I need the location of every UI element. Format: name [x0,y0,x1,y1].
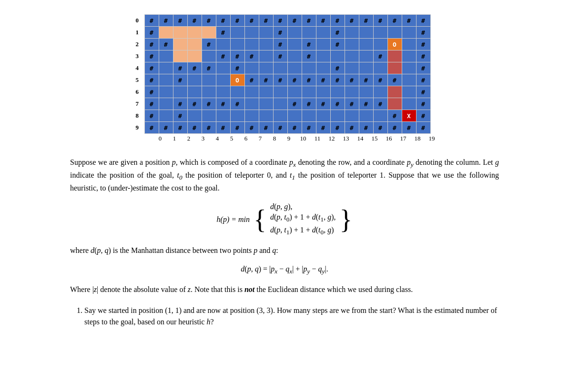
grid-cell-6-19: # [416,86,430,98]
grid-cell-6-3: . [187,86,202,98]
grid-cell-7-10: # [287,98,302,110]
grid-cell-9-1: # [159,122,173,134]
grid-container: 0####################1#....#...#...#....… [29,14,540,142]
grid-cell-1-13: # [330,27,345,39]
grid-cell-9-5: # [216,122,230,134]
grid-cell-0-4: # [202,15,216,27]
grid-cell-8-13: . [330,110,345,122]
row-label-6: 6 [130,86,144,98]
col-label-4: 4 [210,135,224,142]
grid-cell-2-13: # [330,39,345,50]
var-p: p [172,158,176,166]
grid-cell-9-7: # [244,122,259,134]
grid-cell-4-14: . [345,62,359,74]
grid-cell-6-17: . [387,86,402,98]
grid-cell-7-9: . [273,98,287,110]
var-t0: t0 [177,171,182,179]
col-label-13: 13 [339,135,353,142]
var-px: px [289,158,296,166]
open-brace: { [254,206,266,233]
grid-cell-5-6: O [230,74,244,86]
grid-cell-0-13: # [330,15,345,27]
grid-cell-4-17: . [387,62,402,74]
grid-cell-8-19: # [416,110,430,122]
row-label-0: 0 [130,15,144,27]
grid-cell-5-0: # [144,74,159,86]
grid-cell-1-3: . [187,27,202,39]
grid-cell-2-15: . [359,39,373,50]
grid-cell-3-4: . [202,50,216,62]
grid-cell-6-18: . [402,86,416,98]
col-label-0: 0 [153,135,167,142]
grid-cell-2-16: . [373,39,387,50]
grid-cell-1-1: . [159,27,173,39]
grid-cell-3-0: # [144,50,159,62]
grid-cell-5-10: # [287,74,302,86]
grid-cell-1-17: . [387,27,402,39]
grid-cell-4-2: # [173,62,187,74]
row-label-1: 1 [130,27,144,39]
grid-cell-6-5: . [216,86,230,98]
row-label-4: 4 [130,62,144,74]
var-g: g [495,158,499,166]
grid-cell-6-8: . [259,86,273,98]
grid-cell-9-16: # [373,122,387,134]
grid-cell-8-1: . [159,110,173,122]
where-paragraph: where d(p, q) is the Manhattan distance … [70,245,499,256]
grid-cell-1-15: . [359,27,373,39]
grid-cell-3-3: . [187,50,202,62]
grid-cell-5-9: # [273,74,287,86]
grid-cell-4-15: . [359,62,373,74]
grid-cell-6-16: . [373,86,387,98]
grid-cell-1-19: # [416,27,430,39]
grid-cell-1-0: # [144,27,159,39]
col-label-6: 6 [239,135,253,142]
grid-cell-5-1: . [159,74,173,86]
grid-cell-2-6: . [230,39,244,50]
grid-cell-3-7: # [244,50,259,62]
col-label-17: 17 [396,135,410,142]
grid-cell-3-10: . [287,50,302,62]
grid-cell-7-19: # [416,98,430,110]
grid-cell-0-0: # [144,15,159,27]
grid-cell-8-16: . [373,110,387,122]
grid-cell-3-1: . [159,50,173,62]
case-1: d(p, g), [270,202,293,211]
grid-cell-8-11: . [302,110,316,122]
grid-cell-5-11: # [302,74,316,86]
grid-cell-0-16: # [373,15,387,27]
grid-cell-0-19: # [416,15,430,27]
var-py: py [407,158,414,166]
grid-cell-1-5: # [216,27,230,39]
grid-cell-4-6: # [230,62,244,74]
grid-cell-8-4: . [202,110,216,122]
grid-cell-3-14: . [345,50,359,62]
grid-cell-1-9: # [273,27,287,39]
question-1: Say we started in position (1, 1) and ar… [84,305,499,328]
grid-cell-5-16: # [373,74,387,86]
grid-cell-7-13: # [330,98,345,110]
grid-cell-9-17: # [387,122,402,134]
heuristic-formula: h(p) = min { d(p, g), d(p, t0) + 1 + d(t… [70,202,499,236]
grid-cell-3-12: . [316,50,330,62]
grid-cell-6-4: . [202,86,216,98]
grid-cell-7-7: . [244,98,259,110]
grid-cell-9-2: # [173,122,187,134]
col-label-3: 3 [196,135,210,142]
grid-cell-1-4: . [202,27,216,39]
grid-cell-8-7: . [244,110,259,122]
row-label-9: 9 [130,122,144,134]
close-brace: } [340,206,353,233]
grid-cell-6-10: . [287,86,302,98]
grid-cell-8-14: . [345,110,359,122]
grid-cell-5-2: # [173,74,187,86]
grid-cell-8-17: # [387,110,402,122]
grid-cell-6-6: . [230,86,244,98]
grid-cell-8-6: . [230,110,244,122]
grid-cell-9-15: # [359,122,373,134]
grid-cell-8-5: . [216,110,230,122]
grid-cell-5-17: # [387,74,402,86]
row-label-3: 3 [130,50,144,62]
grid-cell-6-12: . [316,86,330,98]
grid-cell-9-10: # [287,122,302,134]
